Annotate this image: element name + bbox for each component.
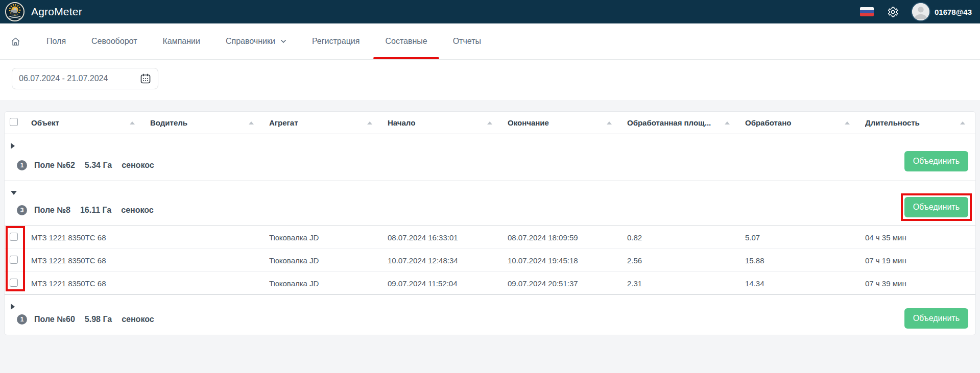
row-checkbox[interactable]	[10, 256, 18, 264]
table-header-row: Объект Водитель Агрегат Начало Окончание…	[5, 112, 975, 134]
duration-cell: 07 ч 39 мин	[865, 279, 975, 288]
sort-asc-arrow[interactable]	[845, 121, 850, 125]
calendar-icon	[140, 73, 151, 84]
merge-button-wrap: Объединить	[904, 308, 968, 329]
merge-button[interactable]: Объединить	[904, 151, 968, 171]
collapse-group-toggle[interactable]	[11, 189, 17, 195]
processed-cell: 15.88	[745, 256, 865, 265]
date-range-value: 06.07.2024 - 21.07.2024	[19, 74, 108, 83]
column-header-implement[interactable]: Агрегат	[269, 118, 298, 127]
nav-home[interactable]	[10, 36, 21, 47]
processed-area-cell: 2.31	[627, 279, 745, 288]
sort-asc-arrow[interactable]	[607, 121, 612, 125]
duration-cell: 04 ч 35 мин	[865, 233, 975, 242]
sort-asc-arrow[interactable]	[249, 121, 254, 125]
object-cell: МТЗ 1221 8350ТС 68	[31, 279, 150, 288]
processed-area-cell: 0.82	[627, 233, 745, 242]
implement-cell: Тюковалка JD	[269, 279, 388, 288]
work-record-row: МТЗ 1221 8350ТС 68 Тюковалка JD 08.07.20…	[5, 226, 975, 249]
sort-asc-arrow[interactable]	[960, 121, 965, 125]
merge-button-highlighted[interactable]: Объединить	[904, 197, 968, 217]
sort-asc-arrow[interactable]	[367, 121, 372, 125]
nav-item-reports[interactable]: Отчеты	[453, 23, 481, 59]
end-cell: 08.07.2024 18:09:59	[508, 233, 627, 242]
column-header-processed-area[interactable]: Обработанная площ...	[627, 118, 711, 127]
chevron-down-icon	[280, 39, 286, 43]
agrometer-logo-icon	[5, 2, 25, 21]
object-cell: МТЗ 1221 8350ТС 68	[31, 256, 150, 265]
nav-item-directories[interactable]: Справочники	[226, 23, 286, 59]
triangle-right-icon	[11, 143, 15, 149]
main-navigation: Поля Севооборот Кампании Справочники Рег…	[0, 23, 980, 60]
processed-cell: 14.34	[745, 279, 865, 288]
column-header-duration[interactable]: Длительность	[865, 118, 920, 127]
composites-table: Объект Водитель Агрегат Начало Окончание…	[4, 111, 976, 335]
expand-group-toggle[interactable]	[11, 303, 17, 309]
avatar[interactable]	[912, 3, 929, 20]
merge-button[interactable]: Объединить	[904, 308, 968, 329]
username-label: 01678@43	[935, 8, 972, 16]
filter-bar: 06.07.2024 - 21.07.2024	[0, 60, 980, 100]
column-header-driver[interactable]: Водитель	[150, 118, 187, 127]
field-crop: сенокос	[121, 206, 154, 215]
work-record-row: МТЗ 1221 8350ТС 68 Тюковалка JD 10.07.20…	[5, 249, 975, 272]
field-area: 5.34 Га	[85, 161, 112, 170]
sort-asc-arrow[interactable]	[725, 121, 730, 125]
top-header-bar: AgroMeter 01678@43	[0, 0, 980, 23]
group-info: 1 Поле №62 5.34 Га сенокос	[17, 160, 154, 170]
column-header-object[interactable]: Объект	[31, 118, 59, 127]
implement-cell: Тюковалка JD	[269, 233, 388, 242]
nav-item-label: Отчеты	[453, 37, 481, 46]
merge-button-annotation-box: Объединить	[901, 193, 972, 221]
user-menu[interactable]: 01678@43	[912, 3, 972, 20]
triangle-right-icon	[11, 304, 15, 310]
implement-cell: Тюковалка JD	[269, 256, 388, 265]
date-range-picker[interactable]: 06.07.2024 - 21.07.2024	[12, 68, 158, 89]
nav-item-crop-rotation[interactable]: Севооборот	[91, 23, 137, 59]
field-name: Поле №8	[34, 206, 70, 215]
topbar-right-cluster: 01678@43	[860, 3, 972, 20]
processed-cell: 5.07	[745, 233, 865, 242]
field-crop: сенокос	[122, 161, 154, 170]
records-count-badge: 1	[17, 160, 27, 170]
nav-item-label: Справочники	[226, 37, 275, 46]
sort-asc-arrow[interactable]	[130, 121, 135, 125]
gear-icon[interactable]	[887, 6, 899, 18]
duration-cell: 07 ч 19 мин	[865, 256, 975, 265]
nav-item-composites-active[interactable]: Составные	[385, 23, 427, 59]
column-header-start[interactable]: Начало	[388, 118, 415, 127]
merge-button-wrap: Объединить	[904, 151, 968, 171]
object-cell: МТЗ 1221 8350ТС 68	[31, 233, 150, 242]
sort-asc-arrow[interactable]	[487, 121, 492, 125]
nav-item-label: Поля	[46, 37, 66, 46]
records-count-badge: 3	[17, 205, 27, 215]
expand-group-toggle[interactable]	[11, 142, 17, 148]
field-group-row: 1 Поле №62 5.34 Га сенокос Объединить	[5, 134, 975, 181]
app-title: AgroMeter	[31, 6, 82, 18]
language-flag-russia[interactable]	[860, 7, 874, 16]
start-cell: 09.07.2024 11:52:04	[388, 279, 508, 288]
start-cell: 10.07.2024 12:48:34	[388, 256, 508, 265]
field-area: 16.11 Га	[80, 206, 111, 215]
select-all-checkbox[interactable]	[10, 118, 18, 126]
row-checkbox[interactable]	[10, 279, 18, 287]
field-name: Поле №60	[34, 315, 75, 324]
nav-item-label: Составные	[385, 37, 427, 46]
work-record-row: МТЗ 1221 8350ТС 68 Тюковалка JD 09.07.20…	[5, 272, 975, 295]
group-info: 1 Поле №60 5.98 Га сенокос	[17, 314, 154, 325]
nav-item-label: Кампании	[162, 37, 200, 46]
column-header-end[interactable]: Окончание	[508, 118, 549, 127]
end-cell: 10.07.2024 19:45:18	[508, 256, 627, 265]
row-checkbox[interactable]	[10, 233, 18, 241]
nav-item-campaigns[interactable]: Кампании	[162, 23, 200, 59]
nav-item-label: Регистрация	[312, 37, 360, 46]
nav-item-registration[interactable]: Регистрация	[312, 23, 360, 59]
column-header-processed[interactable]: Обработано	[745, 118, 791, 127]
field-crop: сенокос	[122, 315, 154, 324]
group-info: 3 Поле №8 16.11 Га сенокос	[17, 205, 154, 215]
home-icon	[10, 36, 21, 47]
start-cell: 08.07.2024 16:33:01	[388, 233, 508, 242]
app-page: AgroMeter 01678@43	[0, 0, 980, 373]
nav-item-fields[interactable]: Поля	[46, 23, 66, 59]
person-silhouette-icon	[912, 3, 929, 20]
